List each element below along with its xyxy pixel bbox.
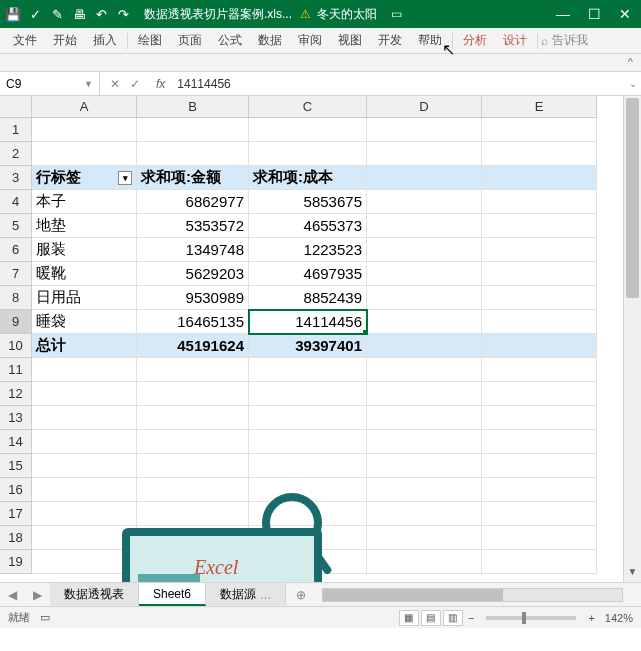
zoom-slider[interactable] bbox=[486, 616, 576, 620]
cell[interactable] bbox=[482, 454, 597, 478]
col-A[interactable]: A bbox=[32, 96, 137, 117]
cancel-icon[interactable]: ✕ bbox=[110, 77, 120, 91]
vertical-scrollbar[interactable]: ▲ ▼ bbox=[623, 96, 641, 582]
cell[interactable] bbox=[367, 166, 482, 190]
cell[interactable]: 8852439 bbox=[249, 286, 367, 310]
user-name[interactable]: 冬天的太阳 bbox=[317, 6, 377, 23]
tab-file[interactable]: 文件 bbox=[6, 30, 44, 51]
scrollbar-thumb[interactable] bbox=[626, 98, 639, 298]
cell[interactable]: 睡袋 bbox=[32, 310, 137, 334]
zoom-level[interactable]: 142% bbox=[605, 612, 633, 624]
row-7[interactable]: 7 bbox=[0, 262, 31, 286]
cell[interactable] bbox=[249, 382, 367, 406]
cell[interactable] bbox=[137, 118, 249, 142]
close-button[interactable]: ✕ bbox=[619, 6, 631, 22]
cell[interactable] bbox=[367, 454, 482, 478]
cell[interactable] bbox=[137, 406, 249, 430]
formula-bar[interactable]: 14114456 bbox=[171, 77, 625, 91]
collapse-ribbon-icon[interactable]: ^ bbox=[628, 56, 633, 68]
cell[interactable] bbox=[367, 334, 482, 358]
edit-icon[interactable]: ✎ bbox=[50, 7, 64, 21]
row-11[interactable]: 11 bbox=[0, 358, 31, 382]
cell[interactable] bbox=[482, 478, 597, 502]
row-15[interactable]: 15 bbox=[0, 454, 31, 478]
cell[interactable]: 14114456 bbox=[249, 310, 367, 334]
cell[interactable]: 4655373 bbox=[249, 214, 367, 238]
cell[interactable]: 1349748 bbox=[137, 238, 249, 262]
cell[interactable] bbox=[137, 526, 249, 550]
row-12[interactable]: 12 bbox=[0, 382, 31, 406]
minimize-button[interactable]: — bbox=[556, 6, 570, 22]
cell[interactable] bbox=[367, 142, 482, 166]
hscroll-thumb[interactable] bbox=[323, 589, 502, 601]
cell[interactable]: 4697935 bbox=[249, 262, 367, 286]
cell[interactable] bbox=[367, 262, 482, 286]
zoom-in-button[interactable]: + bbox=[584, 612, 598, 624]
cell[interactable] bbox=[482, 334, 597, 358]
cells-area[interactable]: 行标签▾求和项:金额求和项:成本本子68629775853675地垫535357… bbox=[32, 118, 623, 574]
tab-draw[interactable]: 绘图 bbox=[131, 30, 169, 51]
row-8[interactable]: 8 bbox=[0, 286, 31, 310]
cell[interactable] bbox=[482, 550, 597, 574]
row-13[interactable]: 13 bbox=[0, 406, 31, 430]
tab-formulas[interactable]: 公式 bbox=[211, 30, 249, 51]
cell[interactable] bbox=[367, 478, 482, 502]
view-normal-button[interactable]: ▦ bbox=[399, 610, 419, 626]
sheet-tab-sheet6[interactable]: Sheet6 bbox=[139, 583, 206, 606]
cell[interactable] bbox=[32, 430, 137, 454]
filter-dropdown-icon[interactable]: ▾ bbox=[118, 171, 132, 185]
add-sheet-button[interactable]: ⊕ bbox=[286, 588, 316, 602]
cell[interactable] bbox=[367, 526, 482, 550]
cell[interactable] bbox=[137, 550, 249, 574]
cell[interactable] bbox=[482, 430, 597, 454]
col-D[interactable]: D bbox=[367, 96, 482, 117]
cell[interactable] bbox=[249, 406, 367, 430]
view-pagelayout-button[interactable]: ▤ bbox=[421, 610, 441, 626]
cell[interactable] bbox=[137, 454, 249, 478]
cell[interactable] bbox=[249, 430, 367, 454]
sheet-nav-right[interactable]: ▶ bbox=[25, 588, 50, 602]
cell[interactable] bbox=[482, 286, 597, 310]
cell[interactable]: 地垫 bbox=[32, 214, 137, 238]
zoom-out-button[interactable]: − bbox=[464, 612, 478, 624]
col-C[interactable]: C bbox=[249, 96, 367, 117]
cell[interactable] bbox=[137, 382, 249, 406]
row-2[interactable]: 2 bbox=[0, 142, 31, 166]
cell[interactable] bbox=[482, 118, 597, 142]
cell[interactable] bbox=[482, 358, 597, 382]
cell[interactable] bbox=[367, 550, 482, 574]
row-19[interactable]: 19 bbox=[0, 550, 31, 574]
cell[interactable] bbox=[32, 118, 137, 142]
cell[interactable] bbox=[249, 550, 367, 574]
row-10[interactable]: 10 bbox=[0, 334, 31, 358]
cell[interactable]: 总计 bbox=[32, 334, 137, 358]
tab-design[interactable]: 设计 bbox=[496, 30, 534, 51]
sheet-tab-source[interactable]: 数据源 … bbox=[206, 583, 286, 606]
select-all-corner[interactable] bbox=[0, 96, 32, 118]
name-box-dropdown-icon[interactable]: ▼ bbox=[84, 79, 93, 89]
cell[interactable] bbox=[137, 358, 249, 382]
cell[interactable] bbox=[32, 358, 137, 382]
cell[interactable] bbox=[482, 214, 597, 238]
cell[interactable] bbox=[249, 142, 367, 166]
cell[interactable] bbox=[249, 358, 367, 382]
cell[interactable] bbox=[32, 550, 137, 574]
macro-record-icon[interactable]: ▭ bbox=[40, 611, 50, 624]
tab-insert[interactable]: 插入 bbox=[86, 30, 124, 51]
cell[interactable] bbox=[367, 190, 482, 214]
ribbon-display-icon[interactable]: ▭ bbox=[391, 7, 402, 21]
cell[interactable] bbox=[367, 406, 482, 430]
cell[interactable]: 日用品 bbox=[32, 286, 137, 310]
cell[interactable] bbox=[367, 502, 482, 526]
cell[interactable] bbox=[249, 118, 367, 142]
cell[interactable] bbox=[482, 502, 597, 526]
col-B[interactable]: B bbox=[137, 96, 249, 117]
cell[interactable] bbox=[367, 118, 482, 142]
tab-home[interactable]: 开始 bbox=[46, 30, 84, 51]
sheet-tab-pivot[interactable]: 数据透视表 bbox=[50, 583, 139, 606]
cell[interactable] bbox=[32, 478, 137, 502]
cell[interactable]: 服装 bbox=[32, 238, 137, 262]
cell[interactable]: 5353572 bbox=[137, 214, 249, 238]
row-17[interactable]: 17 bbox=[0, 502, 31, 526]
cell[interactable]: 9530989 bbox=[137, 286, 249, 310]
